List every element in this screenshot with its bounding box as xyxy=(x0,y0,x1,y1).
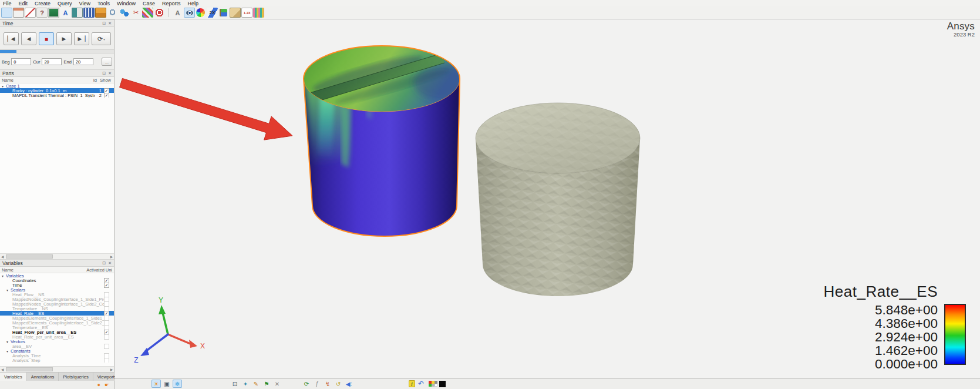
pointer-hand-icon[interactable]: ☛ xyxy=(105,382,109,388)
color-legend[interactable]: Heat_Rate__ES 5.848e+00 4.386e+00 2.924e… xyxy=(824,283,966,371)
scroll-right-icon[interactable]: ▶ xyxy=(109,254,114,259)
deselect-icon[interactable]: ✕ xyxy=(272,380,282,388)
rubberband-select-icon[interactable]: ⊡ xyxy=(230,380,240,388)
time-more-button[interactable]: ... xyxy=(102,58,112,66)
undo-icon[interactable]: ↶ xyxy=(416,380,426,388)
column-id: Id xyxy=(90,78,97,83)
animate-run-icon[interactable]: 2X xyxy=(207,8,218,18)
calculator-icon[interactable]: 1.23 xyxy=(241,8,252,18)
play-forward-button[interactable]: ▶ xyxy=(56,32,72,45)
viewport-layout-icon[interactable] xyxy=(48,8,59,18)
loop-button[interactable]: ⟳▾ xyxy=(92,32,111,45)
end-input[interactable] xyxy=(73,58,93,65)
dock-pin-icon[interactable]: ⊡ xyxy=(102,71,106,76)
caret-icon[interactable]: ▾ xyxy=(2,84,6,88)
menu-tools[interactable]: Tools xyxy=(96,1,113,6)
vector-traces-icon[interactable] xyxy=(142,8,153,18)
caret-icon[interactable]: ▾ xyxy=(6,288,11,292)
close-icon[interactable]: ✕ xyxy=(108,261,112,266)
pick-star-icon[interactable]: ✦ xyxy=(241,380,250,388)
link-transform-icon[interactable]: ↯ xyxy=(323,380,332,388)
tab-plots-queries[interactable]: Plots/queries xyxy=(59,373,93,381)
scroll-left-icon[interactable]: ◀ xyxy=(0,254,5,259)
close-icon[interactable]: ✕ xyxy=(108,21,112,26)
time-slider[interactable] xyxy=(0,49,114,53)
fluid-particles-icon[interactable] xyxy=(119,8,130,18)
rotate-view-icon[interactable]: ⟳ xyxy=(302,380,311,388)
menu-create[interactable]: Create xyxy=(33,1,54,6)
measure-ruler-icon[interactable] xyxy=(230,8,241,18)
part-row-mapdl-region[interactable]: MAPDL Transient Thermal : FSIN_1_System … xyxy=(0,93,114,98)
clip-scissors-icon[interactable]: ✂ xyxy=(130,8,142,18)
parts-manager-icon[interactable] xyxy=(1,8,12,18)
back-arrow-icon[interactable]: ◀: xyxy=(344,380,353,388)
play-backward-button[interactable]: ◀ xyxy=(21,32,36,45)
tab-variables[interactable]: Variables xyxy=(0,373,27,381)
beg-input[interactable] xyxy=(11,58,31,65)
scrollbar-thumb[interactable] xyxy=(6,367,53,371)
record-dot-icon[interactable]: ● xyxy=(97,382,100,388)
black-color-swatch[interactable] xyxy=(439,381,446,387)
pick-flag-icon[interactable]: ⚑ xyxy=(262,380,271,388)
dock-pin-icon[interactable]: ⊡ xyxy=(102,261,106,266)
menu-case[interactable]: Case xyxy=(142,1,159,6)
palette-icon[interactable] xyxy=(253,8,264,18)
legend-colorbar[interactable] xyxy=(944,304,966,365)
step-to-begin-button[interactable]: ▏◀ xyxy=(4,32,19,45)
plain-cylinder[interactable] xyxy=(476,103,640,296)
parts-hscrollbar[interactable]: ◀ ▶ xyxy=(0,253,114,259)
query-icon[interactable]: ? xyxy=(36,8,48,18)
menu-edit[interactable]: Edit xyxy=(18,1,32,6)
scrollbar-thumb[interactable] xyxy=(6,254,53,259)
casebook-icon[interactable] xyxy=(72,8,83,18)
reset-view-icon[interactable]: ↺ xyxy=(334,380,343,388)
time-slider-fill xyxy=(0,50,16,53)
flag-marker-icon[interactable] xyxy=(220,9,227,16)
stop-button[interactable]: ■ xyxy=(39,32,54,45)
menu-reports[interactable]: Reports xyxy=(161,1,184,6)
caret-icon[interactable]: ▾ xyxy=(2,274,6,278)
red-annotation-arrow[interactable] xyxy=(120,78,292,140)
legend-value: 4.386e+00 xyxy=(875,317,938,330)
perspective-box-icon[interactable]: ▣ xyxy=(162,380,171,388)
lighting-sun-icon[interactable]: ☀ xyxy=(151,380,161,388)
graphics-viewport[interactable]: Y X Z Ansys 2023 R2 Heat_Rate__ES 5.848e… xyxy=(115,19,980,379)
column-units: Uni xyxy=(105,267,112,273)
annotation-text-icon[interactable]: A xyxy=(172,8,183,18)
tab-annotations[interactable]: Annotations xyxy=(27,373,59,381)
caret-icon[interactable]: ▾ xyxy=(6,349,11,353)
tables-icon[interactable] xyxy=(13,8,24,18)
menu-view[interactable]: View xyxy=(78,1,94,6)
color-wheel-icon[interactable] xyxy=(196,8,205,17)
function-tool-icon[interactable]: ƒ xyxy=(312,380,322,388)
step-to-end-button[interactable]: ▶▕ xyxy=(74,32,89,45)
scroll-right-icon[interactable]: ▶ xyxy=(109,367,114,371)
probe-target-icon[interactable] xyxy=(154,8,165,18)
dock-pin-icon[interactable]: ⊡ xyxy=(102,21,106,26)
menu-window[interactable]: Window xyxy=(116,1,139,6)
variable-row[interactable]: Analysis_Step xyxy=(0,358,114,363)
annotation-tool-icon[interactable]: A xyxy=(60,8,71,18)
mouse-select-icon[interactable] xyxy=(107,8,118,18)
caret-icon[interactable]: ▾ xyxy=(6,340,11,344)
menu-help[interactable]: Help xyxy=(186,1,202,6)
info-icon[interactable]: i xyxy=(409,380,415,387)
axis-x-label: X xyxy=(200,342,205,350)
toolbox-icon[interactable] xyxy=(95,8,106,18)
variables-hscrollbar[interactable]: ◀ ▶ xyxy=(0,366,114,372)
visibility-eye-icon[interactable] xyxy=(184,8,195,18)
scroll-left-icon[interactable]: ◀ xyxy=(0,367,5,371)
menu-file[interactable]: File xyxy=(2,1,15,6)
plotter-icon[interactable] xyxy=(25,8,36,18)
legend-title: Heat_Rate__ES xyxy=(824,283,938,301)
flipbook-animation-icon[interactable] xyxy=(83,8,95,18)
cur-input[interactable] xyxy=(42,58,62,65)
parts-panel: Parts ⊡ ✕ Name Id Show ▾ Case 1 Rocky : … xyxy=(0,69,114,259)
pick-pen-icon[interactable]: ✎ xyxy=(251,380,261,388)
close-icon[interactable]: ✕ xyxy=(108,71,112,76)
menu-query[interactable]: Query xyxy=(56,1,76,6)
frozen-frame-icon[interactable]: ❄ xyxy=(173,380,182,388)
variables-panel-title: Variables xyxy=(2,260,23,266)
colored-cylinder[interactable] xyxy=(304,46,470,236)
color-palette-icon[interactable] xyxy=(429,381,437,387)
